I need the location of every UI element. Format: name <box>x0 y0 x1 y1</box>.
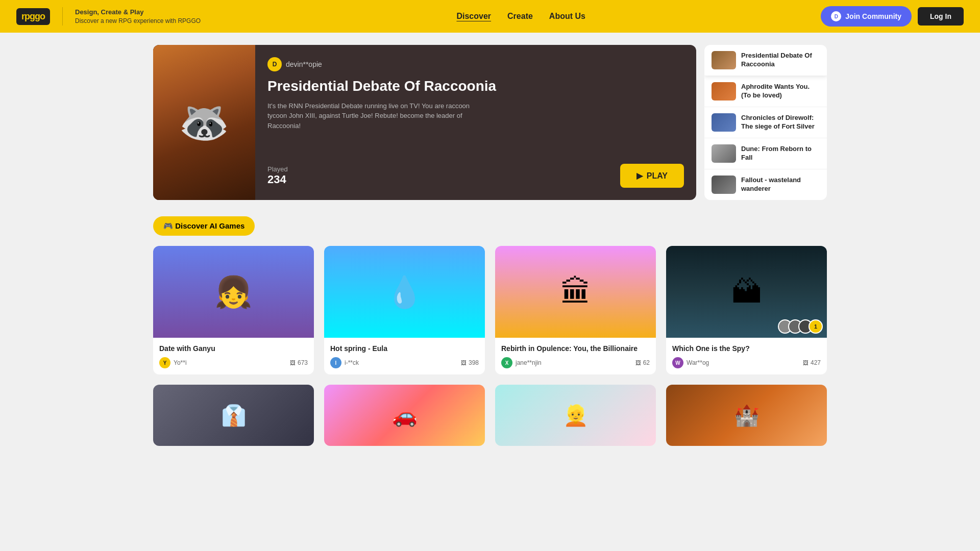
views-icon-4: 🖼 <box>803 360 808 366</box>
logo-icon: rpggo <box>16 8 50 25</box>
game-author-3: X jane**njin <box>501 357 542 368</box>
main-nav: Discover Create About Us <box>221 12 821 21</box>
sidebar-list-item[interactable]: Dune: From Reborn to Fall <box>704 138 827 169</box>
header: rpggo Design, Create & Play Discover a n… <box>0 0 980 33</box>
sidebar-thumb-3 <box>712 113 736 132</box>
games-grid: 👧 Date with Ganyu Y Yo**i 🖼 673 <box>153 246 827 374</box>
play-button[interactable]: ▶ PLAY <box>620 164 684 188</box>
game-card-body-1: Date with Ganyu Y Yo**i 🖼 673 <box>153 338 314 374</box>
hero-section: D devin**opie Presidential Debate Of Rac… <box>153 45 827 200</box>
author-name: devin**opie <box>286 60 322 68</box>
hero-description: It's the RNN Presidential Debate running… <box>267 101 472 131</box>
discover-ai-games-button[interactable]: 🎮 Discover AI Games <box>153 216 255 236</box>
game-card-hot-spring[interactable]: 💧 Hot spring - Eula I i-**ck 🖼 398 <box>324 246 485 374</box>
game-card-title-1: Date with Ganyu <box>159 344 308 353</box>
game-author-avatar-3: X <box>501 357 512 368</box>
game-views-3: 🖼 62 <box>635 359 650 366</box>
game-card-body-4: Which One is the Spy? W War**og 🖼 427 <box>666 338 827 374</box>
game-card-title-2: Hot spring - Eula <box>330 344 479 353</box>
game-card-image-2: 💧 <box>324 246 485 338</box>
login-button[interactable]: Log In <box>918 7 964 26</box>
hero-bottom: Played 234 ▶ PLAY <box>267 164 684 188</box>
sidebar-thumb-1 <box>712 51 736 69</box>
game-author-2: I i-**ck <box>330 357 359 368</box>
sidebar-list-item[interactable]: Fallout - wasteland wanderer <box>704 169 827 200</box>
bottom-card-2[interactable]: 🚗 <box>324 385 485 446</box>
game-card-image-3: 🏛 <box>495 246 656 338</box>
game-author-1: Y Yo**i <box>159 357 187 368</box>
game-card-image-4: 🏔 1 <box>666 246 827 338</box>
hero-author: D devin**opie <box>267 57 684 71</box>
hero-image-placeholder <box>153 45 255 200</box>
game-author-name-2: i-**ck <box>345 359 359 366</box>
join-community-button[interactable]: D Join Community <box>821 6 912 27</box>
hero-card[interactable]: D devin**opie Presidential Debate Of Rac… <box>153 45 696 200</box>
game-card-body-3: Rebirth in Opulence: You, the Billionair… <box>495 338 656 374</box>
game-card-meta-2: I i-**ck 🖼 398 <box>330 357 479 368</box>
game-views-1: 🖼 673 <box>290 359 308 366</box>
game-author-name-4: War**og <box>687 359 709 366</box>
hero-title: Presidential Debate Of Raccoonia <box>267 78 684 95</box>
hero-image <box>153 45 255 200</box>
sidebar-item-title-5: Fallout - wasteland wanderer <box>741 176 820 193</box>
nav-discover[interactable]: Discover <box>456 12 491 21</box>
game-card-meta-1: Y Yo**i 🖼 673 <box>159 357 308 368</box>
discord-icon: D <box>831 11 841 21</box>
game-card-body-2: Hot spring - Eula I i-**ck 🖼 398 <box>324 338 485 374</box>
player-count-badge: 1 <box>808 319 823 334</box>
sidebar-item-title-1: Presidential Debate Of Raccoonia <box>741 52 820 69</box>
views-icon-1: 🖼 <box>290 360 296 366</box>
game-card-meta-4: W War**og 🖼 427 <box>672 357 821 368</box>
game-card-title-3: Rebirth in Opulence: You, the Billionair… <box>501 344 650 353</box>
bottom-card-4[interactable]: 🏰 <box>666 385 827 446</box>
bottom-card-image-1: 👔 <box>153 385 314 446</box>
game-author-avatar-2: I <box>330 357 341 368</box>
game-author-name-1: Yo**i <box>174 359 187 366</box>
bottom-card-1[interactable]: 👔 <box>153 385 314 446</box>
logo-tagline: Design, Create & Play Discover a new RPG… <box>75 8 201 26</box>
nav-about-us[interactable]: About Us <box>549 12 585 21</box>
game-card-date-ganyu[interactable]: 👧 Date with Ganyu Y Yo**i 🖼 673 <box>153 246 314 374</box>
sidebar-item-title-2: Aphrodite Wants You. (To be loved) <box>741 83 820 100</box>
sidebar-list-item[interactable]: Chronicles of Direwolf: The siege of For… <box>704 107 827 138</box>
sidebar-thumb-2 <box>712 82 736 101</box>
sidebar-item-title-3: Chronicles of Direwolf: The siege of For… <box>741 114 820 131</box>
author-avatar: D <box>267 57 282 71</box>
game-views-2: 🖼 398 <box>461 359 479 366</box>
game-card-rebirth[interactable]: 🏛 Rebirth in Opulence: You, the Billiona… <box>495 246 656 374</box>
game-author-4: W War**og <box>672 357 709 368</box>
sidebar-game-list: Presidential Debate Of Raccoonia Aphrodi… <box>704 45 827 200</box>
sidebar-thumb-4 <box>712 144 736 163</box>
sidebar-thumb-5 <box>712 176 736 194</box>
header-actions: D Join Community Log In <box>821 6 964 27</box>
bottom-card-image-4: 🏰 <box>666 385 827 446</box>
sidebar-list-item[interactable]: Presidential Debate Of Raccoonia <box>704 45 827 76</box>
game-author-avatar-4: W <box>672 357 683 368</box>
hero-played: Played 234 <box>267 165 288 186</box>
hero-played-count: 234 <box>267 173 288 186</box>
logo-divider <box>62 7 63 26</box>
game-card-meta-3: X jane**njin 🖼 62 <box>501 357 650 368</box>
game-card-title-4: Which One is the Spy? <box>672 344 821 353</box>
views-icon-3: 🖼 <box>635 360 641 366</box>
player-avatars: 1 <box>778 319 823 334</box>
game-card-image-1: 👧 <box>153 246 314 338</box>
bottom-card-image-2: 🚗 <box>324 385 485 446</box>
game-views-4: 🖼 427 <box>803 359 821 366</box>
bottom-card-3[interactable]: 👱 <box>495 385 656 446</box>
views-icon-2: 🖼 <box>461 360 467 366</box>
play-icon: ▶ <box>636 171 643 181</box>
bottom-card-image-3: 👱 <box>495 385 656 446</box>
game-card-spy[interactable]: 🏔 1 Which One is the Spy? W War**og 🖼 <box>666 246 827 374</box>
main-content: D devin**opie Presidential Debate Of Rac… <box>0 33 980 458</box>
bottom-cards-grid: 👔 🚗 👱 🏰 <box>153 385 827 446</box>
logo-area: rpggo Design, Create & Play Discover a n… <box>16 7 201 26</box>
nav-create[interactable]: Create <box>507 12 533 21</box>
game-author-name-3: jane**njin <box>516 359 542 366</box>
hero-content: D devin**opie Presidential Debate Of Rac… <box>255 45 696 200</box>
logo-text: rpggo <box>21 11 45 21</box>
sidebar-list-item[interactable]: Aphrodite Wants You. (To be loved) <box>704 76 827 107</box>
game-author-avatar-1: Y <box>159 357 170 368</box>
sidebar-item-title-4: Dune: From Reborn to Fall <box>741 145 820 162</box>
